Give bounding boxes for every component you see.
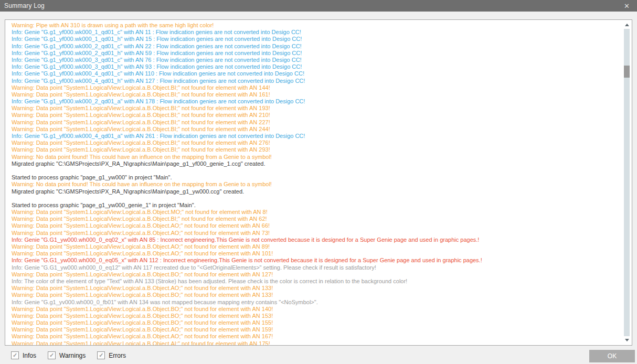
log-panel[interactable]: Warning: Pipe with AN 310 is drawn using…: [5, 19, 632, 346]
ok-button[interactable]: OK: [589, 350, 635, 362]
filter-checkbox-row: ✓Infos✓Warnings✓Errors: [11, 351, 126, 359]
log-line: Warning: Data point "System1.LogicalView…: [12, 230, 619, 237]
log-line: Warning: Data point "System1.LogicalView…: [12, 271, 619, 278]
log-line: Info: Genie "G.g1_yf000.wk000_4_qd01_a" …: [12, 133, 619, 140]
checkbox-icon[interactable]: ✓: [97, 351, 105, 359]
arrow-down-icon: [625, 339, 629, 341]
log-line: Warning: Data point "System1.LogicalView…: [12, 84, 619, 91]
close-icon[interactable]: ✕: [622, 2, 632, 10]
log-line: Warning: Data point "System1.LogicalView…: [12, 105, 619, 112]
log-line: Started to process graphic "page_g1_yw00…: [12, 174, 619, 181]
log-line: Warning: Data point "System1.LogicalView…: [12, 126, 619, 133]
log-line: Warning: Data point "System1.LogicalView…: [12, 285, 619, 292]
log-line: Info: Genie "G.G1_yw000.wh000_0_eq12" wi…: [12, 264, 619, 271]
log-line: Info: Genie "G.g1_yf000.wk000_2_qd01_a" …: [12, 98, 619, 105]
log-line: Info: Genie "G.g1_yf000.wk000_2_qd01_c" …: [12, 43, 619, 50]
log-line: [12, 195, 619, 202]
checkbox-warnings[interactable]: ✓Warnings: [48, 351, 86, 359]
log-line: Warning: No data point found! This could…: [12, 181, 619, 188]
log-line: Info: Genie "G.G1_yw000.wh000_0_eq02_x" …: [12, 237, 619, 243]
scrollbar-track[interactable]: [624, 29, 630, 336]
log-line: Warning: Data point "System1.LogicalView…: [12, 243, 619, 250]
checkbox-icon[interactable]: ✓: [11, 351, 19, 359]
log-line: Info: Genie "G.g1_yf000.wk000_1_qd01_h" …: [12, 36, 619, 42]
log-message-list: Warning: Pipe with AN 310 is drawn using…: [12, 22, 619, 345]
log-line: Started to process graphic "page_g1_yw00…: [12, 202, 619, 209]
log-line: Warning: Data point "System1.LogicalView…: [12, 306, 619, 313]
log-line: Migrated graphic "C:\GMSProjects\PX_RA_N…: [12, 160, 619, 167]
vertical-scrollbar[interactable]: [622, 20, 632, 345]
checkbox-label: Errors: [109, 352, 126, 359]
log-line: Warning: Data point "System1.LogicalView…: [12, 146, 619, 153]
log-line: Warning: Data point "System1.LogicalView…: [12, 292, 619, 298]
log-line: Info: Genie "G.g1_yf000.wk000_2_qd01_h" …: [12, 50, 619, 57]
log-line: Info: Genie "G.g1_yf000.wk000_1_qd01_c" …: [12, 29, 619, 36]
log-line: Info: The color of the element of type "…: [12, 278, 619, 285]
log-line: Warning: No data point found! This could…: [12, 154, 619, 160]
window-title: Summary Log: [4, 2, 45, 9]
footer-bar: ✓Infos✓Warnings✓Errors OK: [0, 347, 637, 364]
log-line: Warning: Data point "System1.LogicalView…: [12, 319, 619, 326]
log-line: Warning: Data point "System1.LogicalView…: [12, 222, 619, 229]
log-line: Warning: Data point "System1.LogicalView…: [12, 209, 619, 216]
log-line: Info: Genie "G.g1_yf000.wk000_3_qd01_c" …: [12, 57, 619, 63]
log-line: Info: Genie "G.g1_yf000.wk000_4_qd01_h" …: [12, 78, 619, 84]
log-line: [12, 167, 619, 174]
checkbox-icon[interactable]: ✓: [48, 351, 56, 359]
log-line: Warning: Data point "System1.LogicalView…: [12, 119, 619, 126]
log-line: Warning: Pipe with AN 310 is drawn using…: [12, 22, 619, 29]
log-line: Migrated graphic "C:\GMSProjects\PX_RA_N…: [12, 188, 619, 195]
titlebar[interactable]: Summary Log ✕: [0, 0, 637, 12]
log-line: Warning: Data point "System1.LogicalView…: [12, 91, 619, 98]
log-line: Info: Genie "G.g1_yv000.wh000_0_fb01" wi…: [12, 299, 619, 306]
checkbox-infos[interactable]: ✓Infos: [11, 351, 36, 359]
arrow-up-icon: [625, 24, 629, 26]
log-line: Warning: Data point "System1.LogicalView…: [12, 313, 619, 319]
log-line: Warning: Data point "System1.LogicalView…: [12, 112, 619, 119]
log-line: Warning: Data point "System1.LogicalView…: [12, 216, 619, 222]
log-line: Info: Genie "G.g1_yf000.wk000_4_qd01_c" …: [12, 70, 619, 77]
scroll-down-button[interactable]: [622, 336, 632, 344]
scroll-up-button[interactable]: [622, 21, 632, 29]
log-line: Warning: Data point "System1.LogicalView…: [12, 333, 619, 340]
scrollbar-thumb[interactable]: [624, 66, 630, 78]
log-line: Warning: Data point "System1.LogicalView…: [12, 250, 619, 257]
checkbox-label: Warnings: [59, 352, 86, 359]
checkbox-label: Infos: [23, 352, 36, 359]
log-line: Info: Genie "G.G1_yw000.wh000_0_eq05_x" …: [12, 257, 619, 264]
summary-log-dialog: Summary Log ✕ Warning: Pipe with AN 310 …: [0, 0, 637, 364]
log-line: Info: Genie "G.g1_yf000.wk000_3_qd01_h" …: [12, 63, 619, 70]
log-line: Warning: Data point "System1.LogicalView…: [12, 326, 619, 333]
log-line: Warning: Data point "System1.LogicalView…: [12, 140, 619, 146]
checkbox-errors[interactable]: ✓Errors: [97, 351, 126, 359]
log-line: Warning: Data point "System1.LogicalView…: [12, 340, 619, 345]
